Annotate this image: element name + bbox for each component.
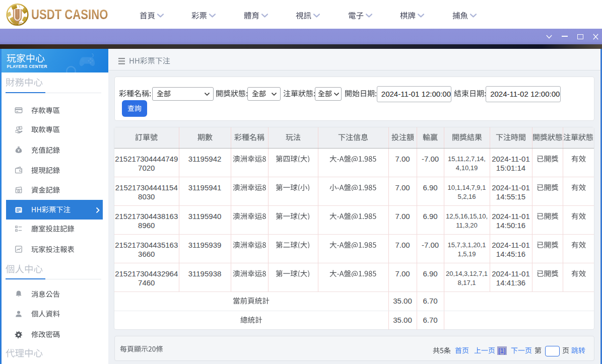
svg-text:CASINO: CASINO xyxy=(13,22,23,25)
